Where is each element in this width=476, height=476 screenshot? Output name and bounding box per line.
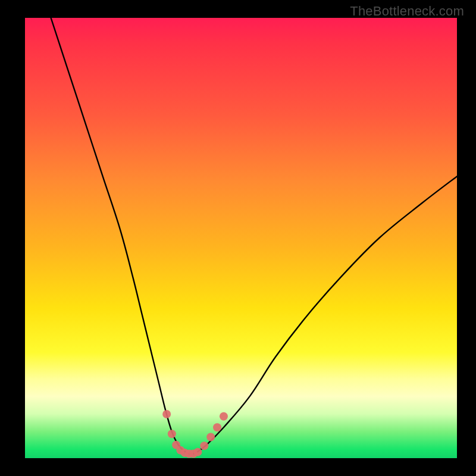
watermark-text: TheBottleneck.com: [350, 4, 464, 19]
highlight-dot: [206, 433, 215, 441]
chart-frame: TheBottleneck.com: [0, 0, 476, 476]
plot-area: [25, 18, 457, 458]
highlight-dot: [200, 441, 208, 450]
highlight-dot: [193, 448, 202, 456]
highlight-dot: [162, 410, 171, 418]
highlight-dot: [168, 430, 176, 438]
curve-layer: [25, 18, 457, 458]
highlight-dot: [213, 423, 221, 431]
highlight-dot: [220, 412, 228, 421]
bottleneck-curve: [51, 18, 457, 454]
